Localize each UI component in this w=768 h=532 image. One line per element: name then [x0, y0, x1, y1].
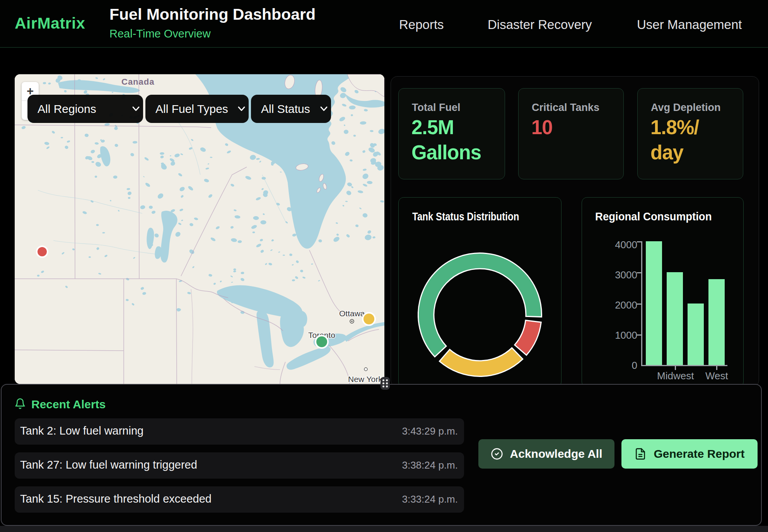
svg-text:Ottawa: Ottawa — [339, 309, 365, 318]
svg-text:Canada: Canada — [121, 77, 154, 87]
svg-text:New York: New York — [348, 375, 382, 384]
